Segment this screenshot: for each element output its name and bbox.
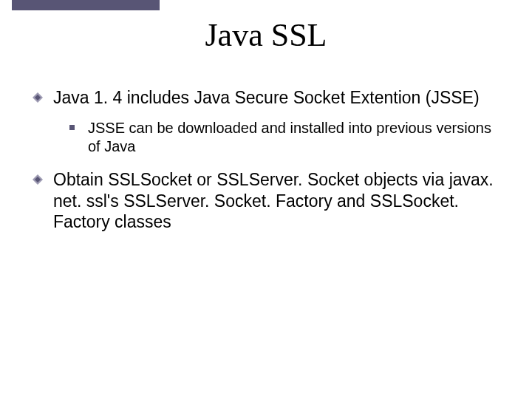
square-bullet-icon [69, 125, 75, 130]
diamond-bullet-icon [33, 174, 43, 185]
slide-title: Java SSL [0, 16, 532, 54]
bullet-text: JSSE can be downloaded and installed int… [88, 119, 502, 156]
bullet-text: Obtain SSLSocket or SSLServer. Socket ob… [53, 169, 502, 233]
bullet-text: Java 1. 4 includes Java Secure Socket Ex… [53, 87, 480, 109]
bullet-level-2: JSSE can be downloaded and installed int… [69, 119, 502, 156]
slide-content: Java 1. 4 includes Java Secure Socket Ex… [33, 87, 502, 243]
slide: Java SSL Java 1. 4 includes Java Secure … [0, 0, 532, 399]
bullet-level-1: Obtain SSLSocket or SSLServer. Socket ob… [33, 169, 502, 233]
bullet-level-1: Java 1. 4 includes Java Secure Socket Ex… [33, 87, 502, 109]
diamond-bullet-icon [33, 92, 43, 103]
accent-bar [12, 0, 160, 10]
